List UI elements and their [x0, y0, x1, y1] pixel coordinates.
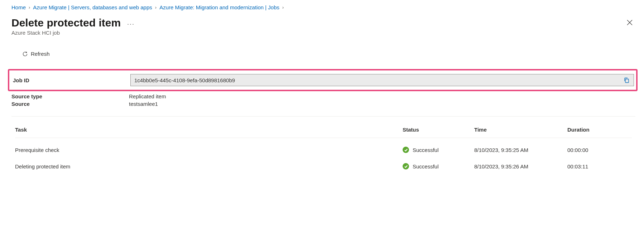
copy-button[interactable] [621, 75, 631, 85]
success-icon [403, 147, 409, 153]
svg-rect-2 [625, 79, 629, 83]
chevron-right-icon: › [282, 5, 284, 10]
page-subtitle: Azure Stack HCI job [11, 30, 135, 36]
close-button[interactable] [624, 17, 635, 28]
task-duration: 00:03:11 [567, 163, 632, 169]
table-row: Prerequisite check Successful 8/10/2023,… [15, 142, 632, 158]
chevron-right-icon: › [155, 5, 157, 10]
refresh-icon [22, 51, 28, 57]
breadcrumb-item-azure-migrate[interactable]: Azure Migrate | Servers, databases and w… [33, 4, 152, 10]
refresh-label: Refresh [31, 51, 50, 57]
job-id-label: Job ID [13, 77, 130, 83]
task-time: 8/10/2023, 9:35:25 AM [474, 147, 567, 153]
breadcrumb-item-jobs[interactable]: Azure Migrate: Migration and modernizati… [159, 4, 279, 10]
table-header: Task Status Time Duration [15, 127, 632, 138]
col-task: Task [15, 127, 403, 133]
job-id-field[interactable]: 1c4bb0e5-445c-4108-9efa-50d8981680b9 [130, 74, 634, 86]
source-type-value: Replicated item [129, 93, 166, 99]
task-duration: 00:00:00 [567, 147, 632, 153]
source-value: testsamlee1 [129, 101, 158, 107]
job-id-value: 1c4bb0e5-445c-4108-9efa-50d8981680b9 [134, 77, 621, 83]
task-time: 8/10/2023, 9:35:26 AM [474, 163, 567, 169]
task-status: Successful [403, 163, 474, 169]
job-id-highlight: Job ID 1c4bb0e5-445c-4108-9efa-50d898168… [8, 69, 638, 91]
col-status: Status [403, 127, 474, 133]
task-name: Deleting protected item [15, 163, 403, 169]
status-text: Successful [413, 163, 439, 169]
breadcrumb: Home › Azure Migrate | Servers, database… [11, 4, 635, 10]
task-name: Prerequisite check [15, 147, 403, 153]
col-time: Time [474, 127, 567, 133]
source-type-label: Source type [11, 93, 129, 99]
tasks-table: Task Status Time Duration Prerequisite c… [11, 127, 635, 174]
task-status: Successful [403, 147, 474, 153]
copy-icon [624, 77, 629, 83]
breadcrumb-item-home[interactable]: Home [11, 4, 26, 10]
status-text: Successful [413, 147, 439, 153]
page-title: Delete protected item [11, 17, 121, 29]
close-icon [627, 20, 633, 25]
more-actions-button[interactable]: ··· [127, 18, 135, 28]
source-label: Source [11, 101, 129, 107]
success-icon [403, 163, 409, 169]
col-duration: Duration [567, 127, 632, 133]
refresh-button[interactable]: Refresh [21, 49, 51, 58]
toolbar: Refresh [11, 49, 635, 58]
divider [11, 116, 635, 117]
table-row: Deleting protected item Successful 8/10/… [15, 158, 632, 174]
chevron-right-icon: › [29, 5, 30, 10]
